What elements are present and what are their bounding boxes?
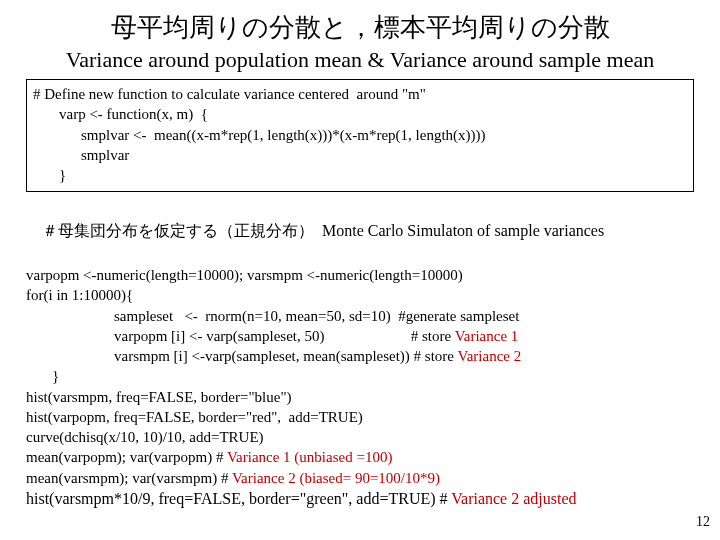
variance-1-label: Variance 1 — [455, 328, 519, 344]
code-line: varpopm [i] <- varp(sampleset, 50) # sto… — [26, 326, 694, 346]
code-line: hist(varpopm, freq=FALSE, border="red", … — [26, 407, 694, 427]
variance-2-adjusted: Variance 2 adjusted — [451, 490, 576, 507]
variance-2-label: Variance 2 — [458, 348, 522, 364]
variance-2-comment: Variance 2 (biased= 90=100/10*9) — [232, 470, 440, 486]
code-line: mean(varsmpm); var(varsmpm) # Variance 2… — [26, 468, 694, 488]
code-block-1: # Define new function to calculate varia… — [26, 79, 694, 192]
code-line: smplvar — [33, 145, 687, 165]
page-number: 12 — [696, 514, 710, 530]
code-line: varp <- function(x, m) { — [33, 104, 687, 124]
code-line: } — [33, 165, 687, 185]
code-line: sampleset <- rnorm(n=10, mean=50, sd=10)… — [26, 306, 694, 326]
code-line: varsmpm [i] <-varp(sampleset, mean(sampl… — [26, 346, 694, 366]
title-english: Variance around population mean & Varian… — [18, 47, 702, 73]
subtitle-en: Monte Carlo Simulaton of sample variance… — [314, 222, 604, 239]
code-line: curve(dchisq(x/10, 10)/10, add=TRUE) — [26, 427, 694, 447]
code-line: hist(varsmpm, freq=FALSE, border="blue") — [26, 387, 694, 407]
code-line: varpopm <-numeric(length=10000); varsmpm… — [26, 265, 694, 285]
variance-1-comment: Variance 1 (unbiased =100) — [227, 449, 392, 465]
code-line: smplvar <- mean((x-m*rep(1, length(x)))*… — [33, 125, 687, 145]
code-line: } — [26, 366, 694, 386]
title-japanese: 母平均周りの分散と，標本平均周りの分散 — [18, 10, 702, 45]
code-block-2: ＃母集団分布を仮定する（正規分布） Monte Carlo Simulaton … — [26, 198, 694, 488]
subtitle: ＃母集団分布を仮定する（正規分布） Monte Carlo Simulaton … — [26, 198, 694, 263]
code-line: for(i in 1:10000){ — [26, 285, 694, 305]
bottom-line: hist(varsmpm*10/9, freq=FALSE, border="g… — [26, 490, 694, 508]
code-line: # Define new function to calculate varia… — [33, 84, 687, 104]
code-line: mean(varpopm); var(varpopm) # Variance 1… — [26, 447, 694, 467]
subtitle-jp: ＃母集団分布を仮定する（正規分布） — [42, 222, 314, 239]
